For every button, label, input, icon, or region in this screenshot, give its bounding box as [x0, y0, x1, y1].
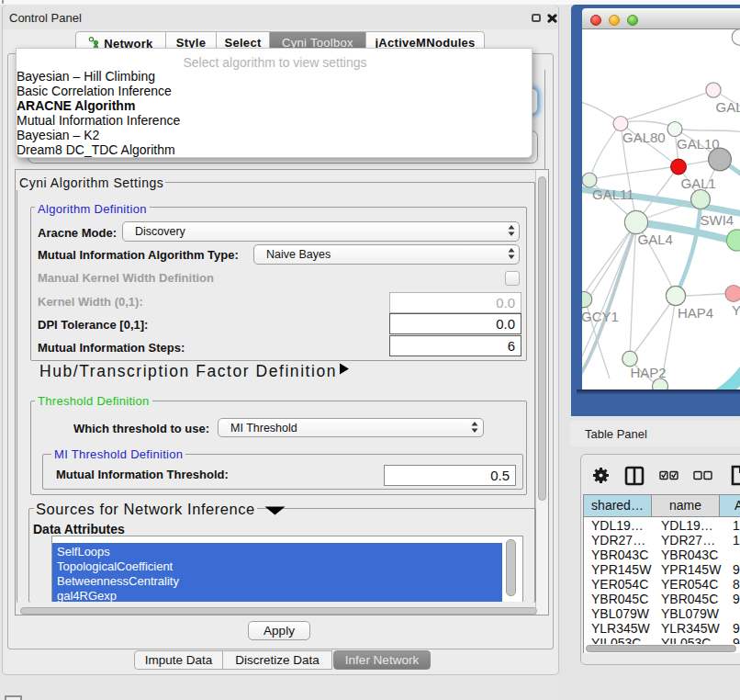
svg-text:HAP4: HAP4: [678, 305, 713, 321]
svg-text:Y: Y: [732, 302, 740, 318]
svg-text:GAL1: GAL1: [681, 175, 716, 191]
svg-text:SWI4: SWI4: [701, 212, 734, 228]
svg-text:GAL10: GAL10: [677, 136, 720, 152]
svg-text:GAL11: GAL11: [592, 186, 634, 202]
svg-text:HAP2: HAP2: [631, 365, 667, 380]
svg-text:GAL80: GAL80: [622, 130, 666, 145]
svg-text:GAL: GAL: [716, 99, 740, 115]
svg-text:GCY1: GCY1: [582, 309, 619, 324]
svg-text:GAL4: GAL4: [638, 231, 673, 247]
